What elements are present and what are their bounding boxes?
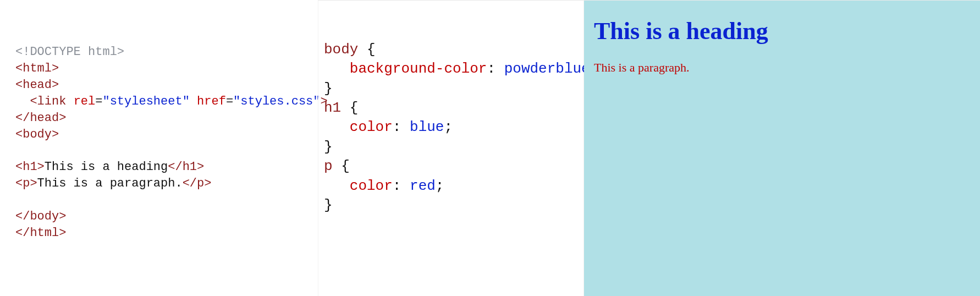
code-token: h1 [324, 100, 341, 116]
code-token: p [324, 158, 333, 174]
code-token: </html> [15, 226, 66, 240]
code-token: red [410, 178, 436, 194]
html-code-panel: <!DOCTYPE html> <html> <head> <link rel=… [0, 0, 318, 296]
code-token: body [324, 41, 358, 58]
code-token: "styles.css" [233, 95, 320, 108]
css-code-panel: body { background-color: powderblue; } h… [318, 0, 584, 296]
code-token: href [197, 95, 226, 108]
preview-paragraph: This is a paragraph. [594, 61, 970, 75]
three-panel-layout: <!DOCTYPE html> <html> <head> <link rel=… [0, 0, 980, 296]
code-token: <link [30, 95, 66, 108]
code-token: <head> [15, 78, 59, 92]
preview-heading: This is a heading [594, 17, 970, 45]
code-token: </h1> [168, 160, 204, 174]
code-token: <p> [15, 177, 37, 190]
code-token: <html> [15, 62, 59, 75]
code-token: color [350, 119, 393, 135]
code-token: This is a heading [45, 160, 168, 174]
code-token: <!DOCTYPE html> [15, 45, 124, 59]
code-token: background-color [350, 61, 487, 77]
code-token: "stylesheet" [102, 95, 189, 108]
code-token: </head> [15, 111, 66, 125]
code-token: rel [74, 95, 96, 108]
rendered-preview-panel: This is a heading This is a paragraph. [584, 0, 980, 296]
code-token: powderblue [504, 61, 590, 77]
code-token: color [350, 178, 393, 194]
code-token: This is a paragraph. [37, 177, 183, 190]
code-token: <body> [15, 128, 59, 141]
code-token: <h1> [15, 160, 45, 174]
code-token: blue [410, 119, 444, 135]
code-token: </body> [15, 210, 66, 223]
code-token: </p> [183, 177, 212, 190]
